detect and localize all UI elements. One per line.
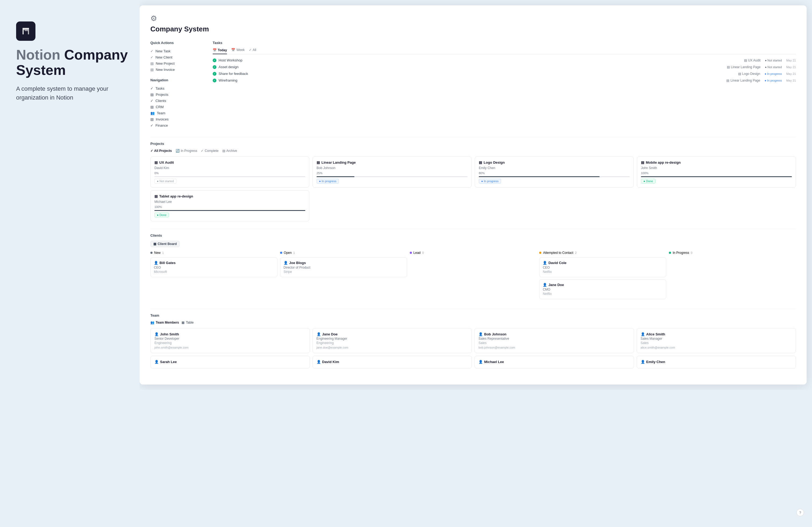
proj-tab-all[interactable]: ✓ All Projects	[150, 149, 172, 153]
team-member-email: alice.smith@example.com	[641, 346, 792, 349]
page-title: Company System	[150, 25, 796, 33]
qa-new-task[interactable]: ✓ New Task	[150, 48, 204, 54]
project-icon: ▤	[641, 161, 644, 165]
proj-tab-archive[interactable]: ▤ Archive	[222, 149, 237, 153]
nav-finance-label: Finance	[156, 123, 168, 127]
team-tabs: 👥 Team Members ▦ Table	[150, 321, 796, 325]
team-title: Team	[150, 313, 796, 317]
team-member-name: 👤 Michael Lee	[478, 360, 630, 364]
task-project: ▤ Linear Landing Page	[726, 79, 760, 82]
col-status-new: New	[154, 251, 161, 255]
proj-archive-label: Archive	[226, 149, 237, 153]
qa-new-project[interactable]: ▤ New Project	[150, 60, 204, 66]
proj-archive-icon: ▤	[222, 149, 225, 153]
project-card-tablet: ▤ Tablet app re-design Michael Lee 100% …	[150, 190, 309, 221]
client-tab-board[interactable]: ▦ Client Board	[150, 241, 180, 247]
gear-icon: ⚙	[150, 14, 796, 23]
project-status-badge: ● Done	[641, 179, 655, 183]
team-members-icon: 👥	[150, 321, 155, 325]
task-label: Host Workshop	[219, 58, 243, 62]
client-role: CEO	[154, 266, 274, 269]
window-content: ⚙ Company System Quick Actions ✓ New Tas…	[140, 5, 807, 385]
tab-team-members[interactable]: 👥 Team Members	[150, 321, 179, 325]
team-card-sarah-lee: 👤 Sarah Lee	[150, 356, 310, 368]
nav-projects[interactable]: ▤ Projects	[150, 91, 204, 98]
task-check-icon: ✓	[213, 65, 216, 69]
team-member-email: jane.doe@example.com	[317, 346, 468, 349]
team-member-role: Engineering Manager	[317, 337, 468, 341]
help-button[interactable]: ?	[796, 509, 804, 516]
projects-grid: ▤ UX Audit David Kim 0% ● Not started ▤ …	[150, 156, 796, 187]
nav-clients[interactable]: ✓ Clients	[150, 98, 204, 104]
task-project: ▤ Linear Landing Page	[727, 65, 761, 69]
qa-task-icon: ✓	[150, 49, 153, 53]
tab-today[interactable]: 📅 Today	[213, 48, 227, 54]
client-name: 👤 David Cole	[543, 261, 663, 265]
team-person-icon: 👤	[478, 332, 483, 336]
team-card-john-smith: 👤 John Smith Senior Developer Engineerin…	[150, 328, 310, 353]
task-status: ● Not started	[765, 65, 782, 69]
col-header-attempted: Attempted to Contact 2	[539, 251, 666, 255]
task-project-icon: ▤	[727, 65, 730, 69]
proj-tab-complete[interactable]: ✓ Complete	[201, 149, 218, 153]
tab-team-table[interactable]: ▦ Table	[182, 321, 193, 325]
qa-client-icon: ✓	[150, 55, 153, 59]
project-percent: 100%	[155, 205, 305, 209]
client-tabs: ▦ Client Board	[150, 241, 796, 247]
qa-task-label: New Task	[156, 49, 171, 53]
task-project-icon: ▤	[744, 59, 747, 62]
tab-week[interactable]: 📅 Week	[231, 48, 244, 52]
client-card-david-cole: 👤 David Cole CEO Netflix	[539, 257, 666, 277]
project-icon: ▤	[317, 161, 320, 165]
col-badge-attempted	[539, 252, 541, 254]
nav-tasks[interactable]: ✓ Tasks	[150, 85, 204, 91]
team-member-dept: Sales	[478, 341, 630, 345]
team-member-dept: Engineering	[155, 341, 306, 345]
nav-crm[interactable]: ▤ CRM	[150, 104, 204, 110]
task-left: ✓ Share for feedback	[213, 72, 248, 76]
nav-team[interactable]: 👥 Team	[150, 110, 204, 116]
client-board: New 1 👤 Bill Gates CEO Microsoft	[150, 251, 796, 301]
team-member-name: 👤 Bob Johnson	[478, 332, 630, 336]
project-progress-fill	[317, 176, 354, 177]
project-card-logo: ▤ Logo Design Emily Chen 80% ● In progre…	[475, 156, 634, 187]
task-status: ● In progress	[765, 79, 782, 82]
team-member-name: 👤 Alice Smith	[641, 332, 792, 336]
col-status-open: Open	[284, 251, 292, 255]
title-notion: Notion	[16, 47, 60, 62]
task-check-icon: ✓	[213, 72, 216, 76]
proj-all-label: All Projects	[154, 149, 172, 153]
nav-team-label: Team	[157, 111, 165, 115]
col-count-lead: 0	[422, 251, 424, 254]
qa-new-client[interactable]: ✓ New Client	[150, 54, 204, 60]
project-title: ▤ UX Audit	[155, 161, 305, 165]
project-owner: Bob Johnson	[317, 166, 467, 170]
nav-finance[interactable]: ✓ Finance	[150, 122, 204, 129]
team-member-email: bob.johnson@example.com	[478, 346, 630, 349]
project-percent: 25%	[317, 171, 467, 175]
qa-new-invoice[interactable]: ▤ New Invoice	[150, 66, 204, 73]
tasks-list: ✓ Host Workshop ▤ UX Audit ● Not started…	[213, 57, 796, 83]
proj-tab-inprogress[interactable]: 🔄 In Progress	[176, 149, 197, 153]
proj-complete-icon: ✓	[201, 149, 204, 153]
qa-invoice-icon: ▤	[150, 67, 154, 72]
nav-team-icon: 👥	[150, 111, 155, 115]
project-progress-bar	[641, 176, 792, 177]
nav-invoices[interactable]: ▤ Invoices	[150, 116, 204, 122]
col-status-lead: Lead	[414, 251, 421, 255]
team-card-david-kim: 👤 David Kim	[313, 356, 472, 368]
project-progress-bar	[317, 176, 467, 177]
team-member-name: 👤 David Kim	[317, 360, 468, 364]
task-left: ✓ Wireframing	[213, 78, 237, 82]
tab-all[interactable]: ✓ All	[249, 48, 256, 52]
left-title: Notion CompanySystem	[16, 47, 124, 78]
col-badge-inprogress	[669, 252, 671, 254]
team-card-alice-smith: 👤 Alice Smith Sales Manager Sales alice.…	[637, 328, 796, 353]
project-title: ▤ Linear Landing Page	[317, 161, 467, 165]
task-project-icon: ▤	[738, 72, 741, 76]
col-header-lead: Lead 0	[410, 251, 537, 255]
nav-clients-label: Clients	[156, 99, 166, 103]
team-member-name: 👤 Jane Doe	[317, 332, 468, 336]
navigation-list: ✓ Tasks ▤ Projects ✓ Clients ▤	[150, 85, 204, 129]
qa-project-icon: ▤	[150, 61, 154, 65]
